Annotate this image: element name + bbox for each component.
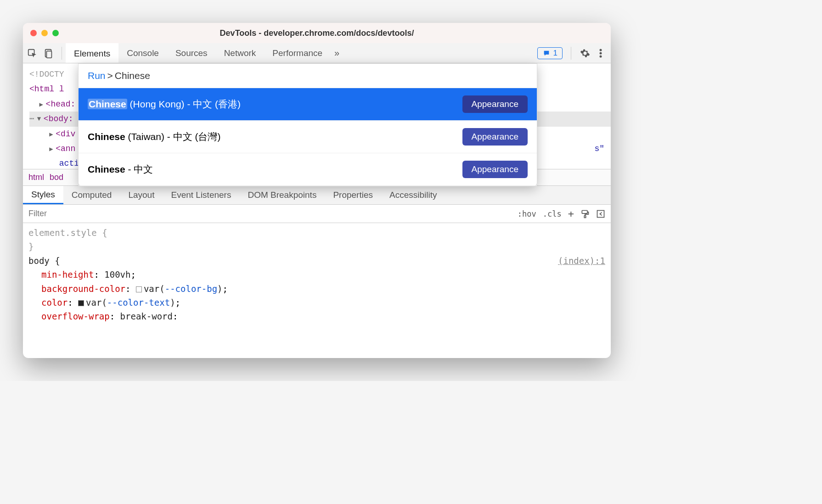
more-menu-icon[interactable] bbox=[595, 48, 606, 59]
doctype-node: <!DOCTY bbox=[29, 70, 64, 79]
category-badge: Appearance bbox=[462, 95, 528, 113]
minimize-window-button[interactable] bbox=[41, 30, 48, 36]
hov-toggle[interactable]: :hov bbox=[518, 209, 536, 218]
tab-event-listeners[interactable]: Event Listeners bbox=[163, 186, 239, 204]
command-item-chinese-hk[interactable]: Chinese (Hong Kong) - 中文 (香港) Appearance bbox=[79, 88, 537, 121]
svg-rect-6 bbox=[582, 210, 587, 213]
css-prop-overflow-wrap[interactable]: overflow-wrap: break-word: bbox=[28, 309, 605, 323]
device-toggle-icon[interactable] bbox=[43, 48, 54, 59]
command-query: Chinese bbox=[115, 70, 150, 81]
zoom-window-button[interactable] bbox=[52, 30, 59, 36]
close-window-button[interactable] bbox=[30, 30, 37, 36]
command-item-chinese[interactable]: Chinese - 中文 Appearance bbox=[79, 153, 537, 186]
devtools-window: DevTools - developer.chrome.com/docs/dev… bbox=[23, 23, 611, 358]
stylesheet-source-link[interactable]: (index):1 bbox=[558, 254, 605, 268]
category-badge: Appearance bbox=[462, 161, 528, 178]
body-selector[interactable]: body { bbox=[28, 254, 60, 268]
action-attr: acti bbox=[59, 159, 79, 168]
traffic-lights bbox=[30, 30, 59, 36]
paint-icon[interactable] bbox=[580, 209, 590, 218]
category-badge: Appearance bbox=[462, 128, 528, 146]
tab-layout[interactable]: Layout bbox=[120, 186, 163, 204]
tab-dom-breakpoints[interactable]: DOM Breakpoints bbox=[239, 186, 325, 204]
computed-toggle-icon[interactable] bbox=[596, 209, 605, 218]
command-menu: Run >Chinese Chinese (Hong Kong) - 中文 (香… bbox=[78, 63, 537, 186]
html-node[interactable]: <html l bbox=[29, 84, 64, 94]
color-swatch-icon[interactable] bbox=[136, 286, 142, 292]
tab-computed[interactable]: Computed bbox=[63, 186, 120, 204]
overflow-dots-icon: ⋯ bbox=[29, 112, 37, 126]
breadcrumb-html[interactable]: html bbox=[28, 173, 44, 182]
settings-icon[interactable] bbox=[580, 48, 591, 59]
head-node[interactable]: <head: bbox=[46, 100, 76, 109]
panel-tabs: Elements Console Sources Network Perform… bbox=[66, 43, 533, 63]
tab-accessibility[interactable]: Accessibility bbox=[381, 186, 445, 204]
message-icon bbox=[542, 50, 551, 57]
issues-badge[interactable]: 1 bbox=[537, 47, 563, 59]
tab-sources[interactable]: Sources bbox=[167, 43, 216, 63]
svg-rect-8 bbox=[597, 210, 604, 217]
svg-point-5 bbox=[600, 55, 602, 57]
div-node[interactable]: <div bbox=[56, 129, 75, 139]
tab-network[interactable]: Network bbox=[216, 43, 265, 63]
element-style-close: } bbox=[28, 240, 605, 253]
more-tabs-icon[interactable]: » bbox=[331, 48, 343, 58]
tab-elements[interactable]: Elements bbox=[66, 43, 118, 63]
tab-performance[interactable]: Performance bbox=[264, 43, 331, 63]
command-menu-input[interactable]: Run >Chinese bbox=[79, 64, 537, 88]
inspect-icon[interactable] bbox=[27, 48, 38, 59]
svg-point-3 bbox=[600, 49, 602, 51]
tab-properties[interactable]: Properties bbox=[325, 186, 381, 204]
css-prop-color[interactable]: color: var(--color-text); bbox=[28, 296, 605, 309]
element-style-selector[interactable]: element.style { bbox=[28, 226, 605, 240]
titlebar: DevTools - developer.chrome.com/docs/dev… bbox=[23, 23, 611, 43]
new-rule-icon[interactable]: + bbox=[568, 208, 574, 219]
color-swatch-icon[interactable] bbox=[78, 300, 84, 306]
tab-console[interactable]: Console bbox=[118, 43, 167, 63]
cls-toggle[interactable]: .cls bbox=[543, 209, 562, 218]
styles-pane: element.style { } body { (index):1 min-h… bbox=[23, 223, 611, 358]
sidebar-tabs: Styles Computed Layout Event Listeners D… bbox=[23, 185, 611, 205]
command-item-chinese-tw[interactable]: Chinese (Taiwan) - 中文 (台灣) Appearance bbox=[79, 121, 537, 153]
issues-count: 1 bbox=[553, 49, 557, 58]
body-node[interactable]: <body: bbox=[44, 112, 73, 126]
svg-point-4 bbox=[600, 52, 602, 54]
svg-rect-2 bbox=[46, 51, 51, 58]
styles-filter-bar: :hov .cls + bbox=[23, 205, 611, 223]
attr-fragment: s" bbox=[594, 141, 604, 156]
announcer-node[interactable]: <ann bbox=[56, 144, 75, 153]
run-label: Run bbox=[88, 70, 106, 81]
svg-rect-7 bbox=[584, 216, 586, 218]
css-prop-background-color[interactable]: background-color: var(--color-bg); bbox=[28, 282, 605, 296]
main-toolbar: Elements Console Sources Network Perform… bbox=[23, 43, 611, 63]
filter-input[interactable] bbox=[28, 209, 518, 218]
css-prop-min-height[interactable]: min-height: 100vh; bbox=[28, 268, 605, 281]
tab-styles[interactable]: Styles bbox=[23, 186, 63, 204]
window-title: DevTools - developer.chrome.com/docs/dev… bbox=[23, 28, 611, 38]
breadcrumb-body[interactable]: bod bbox=[50, 173, 63, 182]
prompt-symbol: > bbox=[107, 70, 113, 81]
